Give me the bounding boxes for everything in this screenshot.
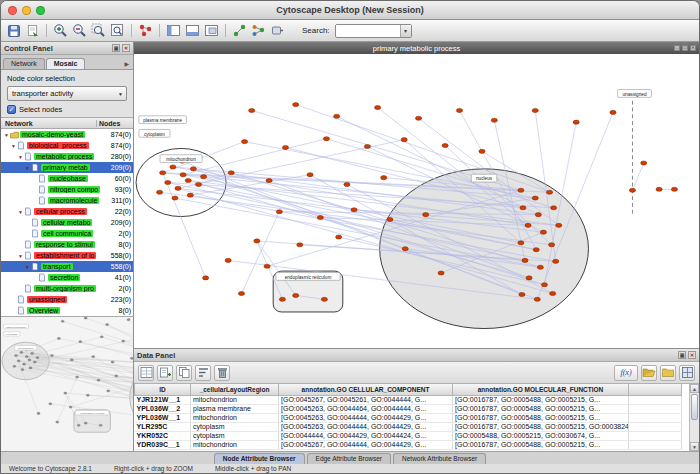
tree-item-biological-process[interactable]: ▼biological_process874(0) xyxy=(1,140,133,151)
network-node[interactable] xyxy=(671,187,677,191)
search-input[interactable] xyxy=(336,25,400,36)
select-attributes-button[interactable] xyxy=(138,365,154,381)
network-node[interactable] xyxy=(279,297,285,301)
network-node[interactable] xyxy=(532,196,538,200)
network-node[interactable] xyxy=(518,188,524,192)
network-node[interactable] xyxy=(438,271,444,275)
table-cell[interactable]: plasma membrane xyxy=(191,404,279,413)
tree-item-nitrogen-compo[interactable]: nitrogen compo93(0) xyxy=(1,184,133,195)
table-row[interactable]: YPL036W__1mitochondrion[GO:0045263, GO:0… xyxy=(135,413,682,422)
save-session-button[interactable] xyxy=(5,22,22,39)
close-control-panel-icon[interactable]: ✕ xyxy=(122,44,130,52)
network-node[interactable] xyxy=(195,182,201,186)
layout-button[interactable] xyxy=(231,22,248,39)
search-dropdown-arrow-icon[interactable]: ▾ xyxy=(400,25,411,37)
network-node[interactable] xyxy=(351,208,357,212)
network-node[interactable] xyxy=(375,105,381,109)
tree-expand-arrow-icon[interactable]: ▼ xyxy=(17,154,24,160)
column-header-id[interactable]: ID xyxy=(135,384,191,395)
network-node[interactable] xyxy=(203,276,209,280)
tab-node-attribute-browser[interactable]: Node Attribute Browser xyxy=(214,453,305,464)
table-cell[interactable]: YJR121W__1 xyxy=(135,395,191,404)
tree-expand-arrow-icon[interactable]: ▼ xyxy=(17,253,24,259)
frame-close-button[interactable]: ✕ xyxy=(690,45,696,51)
network-node[interactable] xyxy=(641,161,647,165)
table-row[interactable]: YLR295Ccytoplasm[GO:0045263, GO:0044444,… xyxy=(135,422,682,431)
network-node[interactable] xyxy=(293,103,299,107)
network-node[interactable] xyxy=(334,114,340,118)
overview-canvas[interactable]: plasma membranecytoplasmmitochondrionnuc… xyxy=(1,317,133,451)
table-cell[interactable]: [GO:0045267, GO:0044444, GO:0044429, G..… xyxy=(279,440,453,449)
tree-expand-arrow-icon[interactable]: ▼ xyxy=(3,132,10,138)
network-node[interactable] xyxy=(157,190,163,194)
network-node[interactable] xyxy=(266,179,272,183)
table-row[interactable]: YPL036W__2plasma membrane[GO:0045263, GO… xyxy=(135,404,682,413)
network-node[interactable] xyxy=(546,190,552,194)
network-node[interactable] xyxy=(201,175,207,179)
tree-expand-arrow-icon[interactable]: ▼ xyxy=(24,165,31,171)
tree-item-mosaic-demo-yeast[interactable]: ▼mosaic-demo-yeast874(0) xyxy=(1,129,133,140)
network-node[interactable] xyxy=(336,235,342,239)
float-panel-button[interactable] xyxy=(203,22,220,39)
tree-item-overview[interactable]: Overview8(0) xyxy=(1,305,133,316)
scroll-down-arrow-icon[interactable]: ▼ xyxy=(690,442,699,451)
table-cell[interactable]: YDR039C__1 xyxy=(135,440,191,449)
tree-column-nodes[interactable]: Nodes xyxy=(97,120,133,127)
network-node[interactable] xyxy=(321,297,327,301)
delete-attribute-button[interactable] xyxy=(214,365,230,381)
network-node[interactable] xyxy=(160,171,166,175)
network-node[interactable] xyxy=(423,213,429,217)
tree-item-cell-communica[interactable]: cell communica2(0) xyxy=(1,228,133,239)
network-node[interactable] xyxy=(180,173,186,177)
network-node[interactable] xyxy=(610,110,616,114)
table-row[interactable]: YDR039C__1mitochondrion[GO:0045267, GO:0… xyxy=(135,440,682,449)
network-node[interactable] xyxy=(549,243,555,247)
network-node[interactable] xyxy=(491,118,497,122)
plugin-manager-button[interactable] xyxy=(269,22,286,39)
network-node[interactable] xyxy=(364,144,370,148)
tree-item-establishment-of-lo[interactable]: ▼establishment of lo558(0) xyxy=(1,250,133,261)
column-header-annotation-go-molecular-function[interactable]: annotation.GO MOLECULAR_FUNCTION xyxy=(453,384,629,395)
zoom-out-button[interactable] xyxy=(71,22,88,39)
network-node[interactable] xyxy=(381,176,387,180)
scrollbar-thumb[interactable] xyxy=(691,394,698,420)
network-node[interactable] xyxy=(442,143,448,147)
export-attributes-button[interactable] xyxy=(660,365,676,381)
network-node[interactable] xyxy=(344,182,350,186)
network-node[interactable] xyxy=(254,239,260,243)
network-node[interactable] xyxy=(241,140,247,144)
tree-expand-arrow-icon[interactable]: ▼ xyxy=(24,264,31,270)
network-node[interactable] xyxy=(520,206,526,210)
scroll-up-arrow-icon[interactable]: ▲ xyxy=(690,384,699,393)
table-cell[interactable]: [GO:0045263, GO:0044444, GO:0044429, G..… xyxy=(279,422,453,431)
network-node[interactable] xyxy=(532,108,538,112)
network-node[interactable] xyxy=(556,223,562,227)
zoom-in-button[interactable] xyxy=(52,22,69,39)
network-node[interactable] xyxy=(175,186,181,190)
import-network-button[interactable] xyxy=(24,22,41,39)
vizmapper-button[interactable] xyxy=(250,22,267,39)
network-node[interactable] xyxy=(264,264,270,268)
close-window-button[interactable] xyxy=(8,6,17,15)
network-node[interactable] xyxy=(170,165,176,169)
minimize-window-button[interactable] xyxy=(22,6,31,15)
tree-item-multi-organism-pro[interactable]: multi-organism pro2(0) xyxy=(1,283,133,294)
network-node[interactable] xyxy=(276,210,282,214)
network-node[interactable] xyxy=(522,258,528,262)
table-cell[interactable]: [GO:0016787, GO:0005488, GO:0005215, G..… xyxy=(453,440,629,449)
show-data-panel-button[interactable] xyxy=(184,22,201,39)
network-node[interactable] xyxy=(282,145,288,149)
network-node[interactable] xyxy=(553,259,559,263)
network-node[interactable] xyxy=(401,138,407,142)
network-node[interactable] xyxy=(238,291,244,295)
show-control-panel-button[interactable] xyxy=(165,22,182,39)
network-node[interactable] xyxy=(187,193,193,197)
tree-item-response-to-stimul[interactable]: response to stimul8(0) xyxy=(1,239,133,250)
network-node[interactable] xyxy=(185,179,191,183)
network-node[interactable] xyxy=(534,297,540,301)
zoom-window-button[interactable] xyxy=(36,6,45,15)
tree-expand-arrow-icon[interactable]: ▼ xyxy=(10,143,17,149)
network-node[interactable] xyxy=(323,137,329,141)
network-node[interactable] xyxy=(537,265,543,269)
network-node[interactable] xyxy=(293,293,299,297)
